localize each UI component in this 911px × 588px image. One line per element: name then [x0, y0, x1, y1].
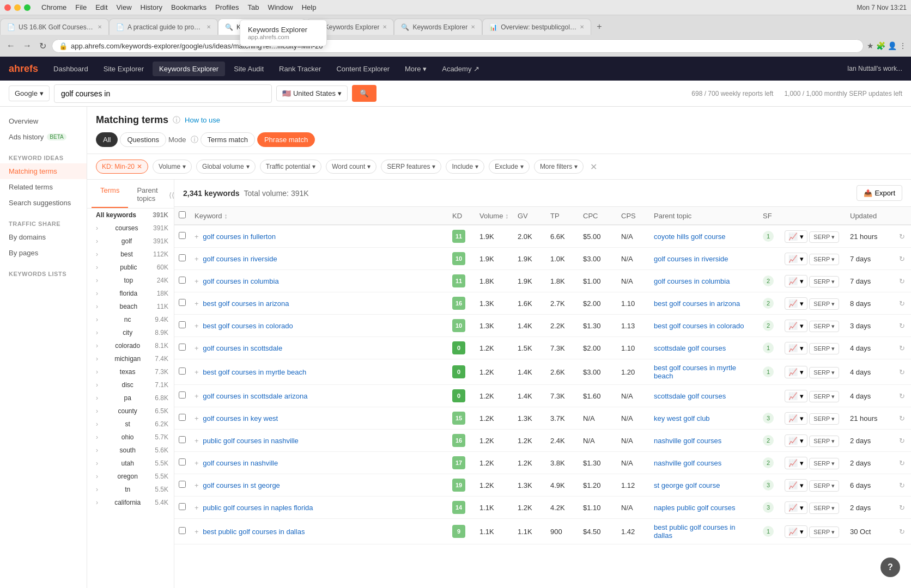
serp-button[interactable]: SERP ▾	[809, 503, 839, 514]
parent-topic-link[interactable]: nashville golf courses	[654, 459, 721, 467]
left-tab-parent-topics[interactable]: Parent topics	[128, 182, 166, 208]
serp-button[interactable]: SERP ▾	[809, 367, 839, 378]
add-keyword-button[interactable]: +	[195, 392, 199, 400]
parent-topic-link[interactable]: naples public golf courses	[654, 504, 736, 512]
trend-button[interactable]: 📈 ▾	[785, 434, 807, 447]
search-engine-select[interactable]: Google ▾	[9, 85, 50, 101]
add-keyword-button[interactable]: +	[195, 414, 199, 422]
keyword-text[interactable]: golf courses in nashville	[203, 459, 278, 467]
tab-2-close[interactable]: ✕	[207, 24, 211, 30]
refresh-icon[interactable]: ↻	[899, 528, 905, 536]
refresh-icon[interactable]: ↻	[899, 277, 905, 285]
keyword-list-item-county[interactable]: › county 6.5K	[87, 405, 174, 418]
keyword-list-item-beach[interactable]: › beach 11K	[87, 300, 174, 313]
nav-rank-tracker[interactable]: Rank Tracker	[272, 62, 327, 76]
refresh-icon[interactable]: ↻	[899, 459, 905, 467]
serp-button[interactable]: SERP ▾	[809, 321, 839, 332]
serp-button[interactable]: SERP ▾	[809, 391, 839, 402]
keyword-text[interactable]: public golf courses in nashville	[203, 437, 299, 445]
sidebar-item-related-terms[interactable]: Related terms	[0, 179, 87, 195]
add-keyword-button[interactable]: +	[195, 459, 199, 467]
tab-1[interactable]: 📄 US 16.8K Golf Courses In 834... ✕	[0, 19, 109, 35]
add-keyword-button[interactable]: +	[195, 255, 199, 263]
trend-button[interactable]: 📈 ▾	[785, 230, 807, 243]
tab-5-close[interactable]: ✕	[471, 24, 475, 30]
add-keyword-button[interactable]: +	[195, 504, 199, 512]
tab-phrase-match[interactable]: Phrase match	[257, 132, 315, 147]
tab-1-close[interactable]: ✕	[98, 24, 102, 30]
maximize-window-button[interactable]	[24, 4, 31, 11]
clear-filters-button[interactable]: ✕	[590, 162, 597, 172]
refresh-icon[interactable]: ↻	[899, 504, 905, 512]
how-to-link[interactable]: How to use	[185, 116, 220, 124]
search-input[interactable]	[54, 84, 272, 103]
trend-button[interactable]: 📈 ▾	[785, 366, 807, 378]
th-tp[interactable]: TP	[546, 207, 579, 225]
menu-view[interactable]: View	[117, 3, 132, 11]
keyword-text[interactable]: golf courses in key west	[203, 414, 278, 422]
row-checkbox[interactable]	[179, 458, 186, 465]
filter-more[interactable]: More filters ▾	[534, 160, 584, 174]
parent-topic-link[interactable]: golf courses in riverside	[654, 255, 728, 263]
trend-button[interactable]: 📈 ▾	[785, 412, 807, 425]
keyword-text[interactable]: golf courses in riverside	[203, 255, 277, 263]
keyword-list-item-michigan[interactable]: › michigan 7.4K	[87, 352, 174, 365]
menu-edit[interactable]: Edit	[95, 3, 107, 11]
keyword-list-item-colorado[interactable]: › colorado 8.1K	[87, 339, 174, 352]
country-select[interactable]: 🇺🇸 United States ▾	[276, 85, 348, 101]
serp-button[interactable]: SERP ▾	[809, 343, 839, 354]
url-bar[interactable]: 🔒 app.ahrefs.com/keywords-explorer/googl…	[52, 39, 864, 53]
export-button[interactable]: 📤 Export	[857, 185, 902, 201]
trend-button[interactable]: 📈 ▾	[785, 457, 807, 469]
search-button[interactable]: 🔍	[352, 85, 376, 102]
serp-button[interactable]: SERP ▾	[809, 231, 839, 243]
nav-user[interactable]: Ian Nuttall's work...	[847, 65, 902, 72]
refresh-icon[interactable]: ↻	[899, 481, 905, 489]
left-tab-terms[interactable]: Terms	[92, 182, 128, 208]
help-button[interactable]: ?	[880, 558, 900, 577]
keyword-text[interactable]: best golf courses in myrtle beach	[203, 368, 306, 376]
th-cpc[interactable]: CPC	[579, 207, 617, 225]
app-logo[interactable]: ahrefs	[9, 63, 38, 75]
refresh-icon[interactable]: ↻	[899, 392, 905, 400]
nav-more[interactable]: More ▾	[398, 62, 433, 76]
refresh-icon[interactable]: ↻	[899, 232, 905, 241]
new-tab-button[interactable]: +	[591, 19, 607, 35]
trend-button[interactable]: 📈 ▾	[785, 390, 807, 402]
parent-topic-link[interactable]: scottsdale golf courses	[654, 392, 726, 400]
keyword-list-item-oregon[interactable]: › oregon 5.5K	[87, 470, 174, 483]
row-checkbox[interactable]	[179, 481, 186, 488]
refresh-icon[interactable]: ↻	[899, 299, 905, 308]
add-keyword-button[interactable]: +	[195, 437, 199, 445]
keyword-list-item-all[interactable]: All keywords 391K	[87, 209, 174, 222]
sidebar-item-matching-terms[interactable]: Matching terms	[0, 163, 87, 179]
sidebar-item-search-suggestions[interactable]: Search suggestions	[0, 195, 87, 211]
keyword-list-item-nc[interactable]: › nc 9.4K	[87, 313, 174, 326]
add-keyword-button[interactable]: +	[195, 277, 199, 285]
keyword-list-item-st[interactable]: › st 6.2K	[87, 418, 174, 431]
menu-file[interactable]: File	[75, 3, 87, 11]
row-checkbox[interactable]	[179, 344, 186, 351]
keyword-list-item-courses[interactable]: › courses 391K	[87, 222, 174, 235]
serp-button[interactable]: SERP ▾	[809, 480, 839, 492]
refresh-icon[interactable]: ↻	[899, 255, 905, 263]
row-checkbox[interactable]	[179, 367, 186, 375]
row-checkbox[interactable]	[179, 299, 186, 306]
keyword-text[interactable]: golf courses in st george	[203, 481, 280, 489]
keyword-list-item-city[interactable]: › city 8.9K	[87, 326, 174, 339]
extensions-icon[interactable]: 🧩	[876, 41, 885, 50]
sidebar-item-ads-history[interactable]: Ads history BETA	[0, 129, 87, 145]
minimize-window-button[interactable]	[14, 4, 21, 11]
keyword-text[interactable]: golf courses in scottsdale	[203, 344, 282, 352]
back-button[interactable]: ←	[4, 39, 17, 53]
row-checkbox[interactable]	[179, 254, 186, 261]
tab-6-close[interactable]: ✕	[580, 24, 584, 30]
add-keyword-button[interactable]: +	[195, 481, 199, 489]
menu-tab[interactable]: Tab	[247, 3, 259, 11]
filter-exclude[interactable]: Exclude ▾	[489, 160, 530, 174]
row-checkbox[interactable]	[179, 527, 186, 534]
keyword-list-item-top[interactable]: › top 24K	[87, 274, 174, 287]
trend-button[interactable]: 📈 ▾	[785, 275, 807, 287]
close-window-button[interactable]	[4, 4, 11, 11]
th-keyword[interactable]: Keyword ↕	[190, 207, 448, 225]
